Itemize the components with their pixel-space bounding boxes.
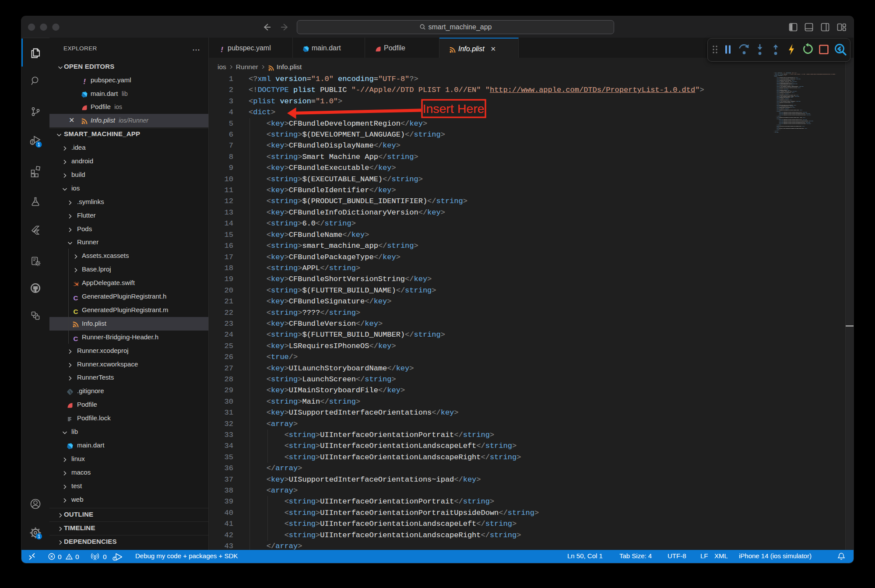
svg-text:1: 1	[37, 142, 40, 147]
svg-text:1: 1	[38, 534, 40, 539]
svg-text:0: 0	[103, 553, 107, 560]
svg-text:0: 0	[58, 553, 62, 560]
svg-text:0: 0	[75, 553, 79, 560]
